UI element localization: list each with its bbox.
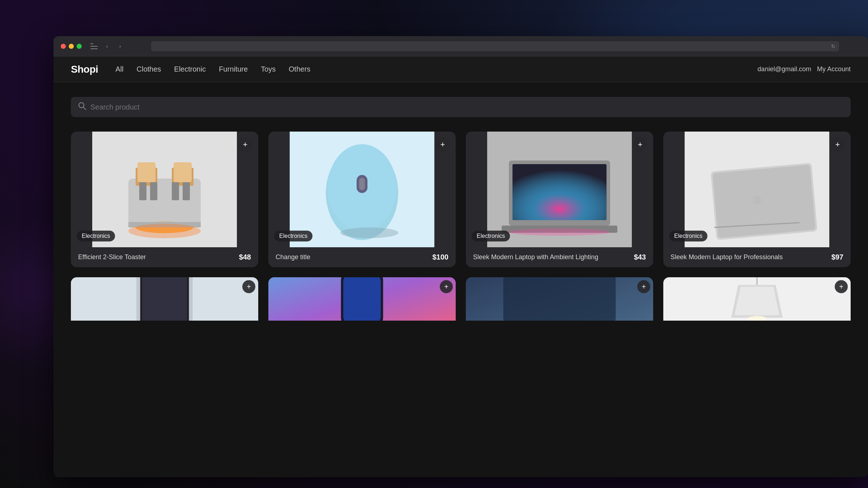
nav-link-clothes[interactable]: Clothes [137,65,161,73]
my-account-link[interactable]: My Account [817,65,851,73]
svg-rect-6 [139,182,146,200]
product-title-1: Efficient 2-Slice Toaster [78,253,239,261]
search-icon [78,102,86,112]
svg-rect-8 [172,182,179,200]
search-container [71,97,851,117]
traffic-lights [61,44,82,49]
close-button[interactable] [61,44,66,49]
product-card: + [466,277,653,321]
add-to-cart-button-4[interactable]: + [830,137,845,152]
product-image: + Electronics [71,132,258,247]
add-to-cart-button-8[interactable]: + [835,280,848,293]
forward-button[interactable]: › [116,43,124,50]
user-email: daniel@gmail.com [758,65,811,73]
category-badge-4: Electronics [669,231,707,241]
svg-rect-35 [142,277,187,321]
svg-rect-9 [183,182,190,200]
svg-point-20 [340,227,398,238]
product-info-3: Sleek Modern Laptop with Ambient Lightin… [466,247,653,267]
svg-point-14 [128,224,201,238]
nav-link-furniture[interactable]: Furniture [219,65,248,73]
reload-icon[interactable]: ↻ [831,43,835,49]
maximize-button[interactable] [77,44,82,49]
nav-right: daniel@gmail.com My Account [758,65,851,73]
title-bar: ‹ › ↻ [54,36,868,56]
product-card: + [663,277,851,321]
product-image: + Electronics [268,132,456,247]
product-title-2: Change title [276,253,433,261]
svg-rect-13 [174,162,192,182]
product-info-1: Efficient 2-Slice Toaster $48 [71,247,258,267]
product-info-2: Change title $100 [268,247,456,267]
product-title-3: Sleek Modern Laptop with Ambient Lightin… [473,253,634,261]
nav-link-toys[interactable]: Toys [261,65,276,73]
address-bar[interactable]: ↻ [151,41,839,51]
minimize-button[interactable] [69,44,74,49]
svg-line-1 [84,107,86,110]
brand-logo[interactable]: Shopi [71,64,98,75]
add-to-cart-button-3[interactable]: + [633,137,647,152]
product-card: + Electronics Change title $100 [268,132,456,267]
svg-rect-38 [343,277,381,321]
add-to-cart-button-2[interactable]: + [435,137,450,152]
nav-link-all[interactable]: All [115,65,123,73]
product-card: + [71,277,258,321]
sidebar-toggle-icon[interactable] [90,43,98,49]
product-grid-row2: + [71,277,851,321]
svg-point-26 [509,228,610,236]
nav-link-electronic[interactable]: Electronic [174,65,206,73]
nav-link-others[interactable]: Others [289,65,310,73]
svg-rect-42 [503,277,616,321]
nav-links: All Clothes Electronic Furniture Toys Ot… [115,65,757,73]
svg-rect-12 [137,162,156,182]
svg-point-31 [753,196,761,205]
add-to-cart-button-6[interactable]: + [440,280,453,293]
product-image: + Electronics [663,132,851,247]
category-badge-3: Electronics [472,231,510,241]
product-info-4: Sleek Modern Laptop for Professionals $9… [663,247,851,267]
search-input[interactable] [90,103,843,111]
add-to-cart-button-7[interactable]: + [637,280,650,293]
product-title-4: Sleek Modern Laptop for Professionals [671,253,831,261]
svg-rect-7 [150,182,157,200]
navbar: Shopi All Clothes Electronic Furniture T… [54,56,868,82]
product-image: + Electronics [466,132,653,247]
main-content: + Electronics Efficient 2-Slice Toaster … [54,82,868,335]
svg-rect-24 [512,164,607,220]
svg-marker-46 [735,287,779,315]
svg-rect-19 [359,178,365,190]
product-price-1: $48 [239,253,251,261]
product-price-3: $43 [634,253,646,261]
product-card: + Electronics Efficient 2-Slice Toaster … [71,132,258,267]
product-card: + Electronics Sleek Modern Laptop with A… [466,132,653,267]
product-price-2: $100 [433,253,449,261]
product-price-4: $97 [831,253,843,261]
back-button[interactable]: ‹ [103,43,111,50]
category-badge-2: Electronics [274,231,312,241]
add-to-cart-button-5[interactable]: + [242,280,255,293]
add-to-cart-button-1[interactable]: + [238,137,252,152]
category-badge-1: Electronics [77,231,115,241]
app-content: Shopi All Clothes Electronic Furniture T… [54,56,868,477]
product-grid: + Electronics Efficient 2-Slice Toaster … [71,132,851,267]
product-card: + Electronics Sleek Modern Laptop for Pr… [663,132,851,267]
browser-window: ‹ › ↻ Shopi All Clothes Electronic Furni… [54,36,868,477]
product-card: + [268,277,456,321]
